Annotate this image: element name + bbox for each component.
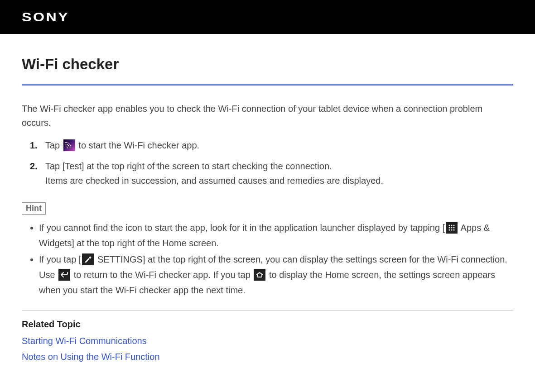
related-link[interactable]: Starting Wi-Fi Communications: [22, 336, 513, 346]
svg-point-7: [451, 229, 453, 230]
settings-icon: [82, 253, 94, 265]
hint-item: If you cannot find the icon to start the…: [39, 220, 513, 251]
step-item: 2. Tap [Test] at the top right of the sc…: [30, 159, 513, 188]
svg-point-5: [453, 227, 455, 228]
step-text: Tap [Test] at the top right of the scree…: [45, 161, 332, 171]
step-text: to start the Wi-Fi checker app.: [76, 140, 199, 150]
step-text: Items are checked in succession, and ass…: [45, 176, 383, 186]
steps-list: 1. Tap to start the Wi-Fi checker app. 2…: [22, 138, 513, 188]
svg-point-6: [449, 229, 450, 230]
svg-point-1: [451, 225, 453, 226]
content-area: Wi-Fi checker The Wi-Fi checker app enab…: [0, 34, 535, 377]
hint-item: If you tap [ SETTINGS] at the top right …: [39, 252, 513, 298]
related-link[interactable]: Notes on Using the Wi-Fi Function: [22, 352, 513, 362]
svg-point-8: [453, 229, 455, 230]
step-item: 1. Tap to start the Wi-Fi checker app.: [30, 138, 513, 153]
hint-label: Hint: [22, 202, 46, 215]
hints-list: If you cannot find the icon to start the…: [22, 220, 513, 298]
svg-point-3: [449, 227, 450, 228]
related-topic-heading: Related Topic: [22, 319, 513, 330]
apps-icon: [446, 222, 458, 234]
hint-text: to return to the Wi-Fi checker app. If y…: [71, 270, 253, 280]
title-underline: [22, 84, 513, 86]
step-number: 2.: [30, 159, 43, 173]
intro-text: The Wi-Fi checker app enables you to che…: [22, 102, 513, 130]
svg-point-2: [453, 225, 455, 226]
hint-text: If you tap [: [39, 254, 81, 264]
section-separator: [22, 311, 513, 311]
svg-point-0: [449, 225, 450, 226]
wifi-checker-icon: [63, 139, 75, 151]
header-bar: SONY: [0, 0, 535, 34]
svg-point-4: [451, 227, 453, 228]
hint-text: If you cannot find the icon to start the…: [39, 223, 445, 233]
back-icon: [58, 269, 70, 281]
step-text: Tap: [45, 140, 63, 150]
svg-rect-9: [89, 256, 92, 259]
page-title: Wi-Fi checker: [22, 56, 513, 73]
sony-logo: SONY: [22, 10, 69, 24]
home-icon: [254, 269, 265, 281]
step-body: Tap to start the Wi-Fi checker app.: [45, 138, 513, 153]
step-body: Tap [Test] at the top right of the scree…: [45, 159, 513, 188]
step-number: 1.: [30, 138, 43, 153]
